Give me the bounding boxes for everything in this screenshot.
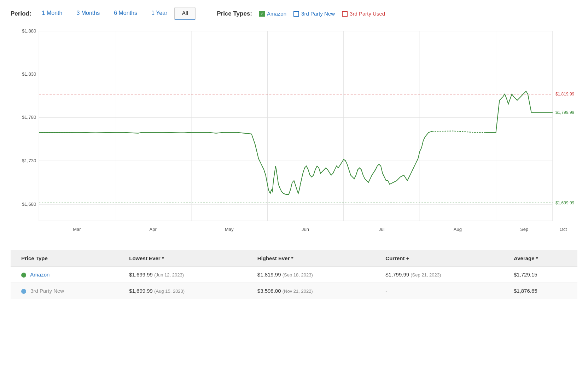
amazon-label: Amazon (267, 11, 286, 17)
svg-text:Oct: Oct (560, 227, 567, 232)
row-3pnew-current: - (378, 283, 507, 299)
svg-text:Jun: Jun (302, 227, 309, 232)
3pnew-label: 3rd Party New (301, 11, 335, 17)
3pnew-dot (21, 289, 26, 294)
col-lowest: Lowest Ever * (122, 250, 250, 267)
price-type-3pnew[interactable]: 3rd Party New (293, 11, 335, 17)
period-3months[interactable]: 3 Months (69, 7, 107, 20)
svg-text:Aug: Aug (454, 227, 462, 232)
col-highest: Highest Ever * (250, 250, 379, 267)
row-amazon-type: Amazon (11, 267, 122, 283)
period-all[interactable]: All (174, 7, 196, 20)
col-average: Average * (507, 250, 577, 267)
table-row: 3rd Party New $1,699.99 (Aug 15, 2023) $… (11, 283, 577, 299)
3pused-checkbox[interactable] (342, 11, 348, 17)
row-amazon-average: $1,729.15 (507, 267, 577, 283)
3pnew-link[interactable]: 3rd Party New (30, 288, 64, 294)
price-type-3pused[interactable]: 3rd Party Used (342, 11, 385, 17)
row-3pnew-type: 3rd Party New (11, 283, 122, 299)
price-table: Price Type Lowest Ever * Highest Ever * … (11, 250, 577, 299)
period-label: Period: (11, 10, 31, 17)
period-links: 1 Month 3 Months 6 Months 1 Year All (35, 7, 196, 20)
controls-bar: Period: 1 Month 3 Months 6 Months 1 Year… (11, 7, 577, 20)
row-amazon-highest: $1,819.99 (Sep 18, 2023) (250, 267, 379, 283)
amazon-checkbox[interactable]: ✓ (259, 11, 265, 17)
amazon-dot (21, 273, 26, 278)
row-amazon-current: $1,799.99 (Sep 21, 2023) (378, 267, 507, 283)
col-price-type: Price Type (11, 250, 122, 267)
row-3pnew-highest: $3,598.00 (Nov 21, 2022) (250, 283, 379, 299)
svg-text:$1,699.99: $1,699.99 (555, 200, 575, 205)
3pused-label: 3rd Party Used (350, 11, 385, 17)
svg-text:Jul: Jul (379, 227, 385, 232)
price-types-section: Price Types: ✓ Amazon 3rd Party New 3rd … (217, 10, 385, 17)
svg-text:Mar: Mar (73, 227, 81, 232)
period-6months[interactable]: 6 Months (107, 7, 144, 20)
price-types-label: Price Types: (217, 10, 252, 17)
svg-text:$1,880: $1,880 (22, 28, 36, 34)
svg-text:$1,780: $1,780 (22, 115, 36, 120)
row-3pnew-lowest: $1,699.99 (Aug 15, 2023) (122, 283, 250, 299)
svg-text:$1,799.99: $1,799.99 (555, 110, 575, 115)
svg-rect-0 (11, 24, 577, 250)
svg-text:$1,830: $1,830 (22, 71, 36, 76)
3pnew-checkbox[interactable] (293, 11, 299, 17)
row-amazon-lowest: $1,699.99 (Jun 12, 2023) (122, 267, 250, 283)
svg-text:$1,730: $1,730 (22, 158, 36, 163)
table-header-row: Price Type Lowest Ever * Highest Ever * … (11, 250, 577, 267)
row-3pnew-average: $1,876.65 (507, 283, 577, 299)
table-row: Amazon $1,699.99 (Jun 12, 2023) $1,819.9… (11, 267, 577, 283)
col-current: Current + (378, 250, 507, 267)
price-chart: $1,880 $1,830 $1,780 $1,730 $1,680 Mar A… (11, 24, 577, 250)
amazon-link[interactable]: Amazon (30, 272, 50, 278)
period-1year[interactable]: 1 Year (144, 7, 174, 20)
svg-text:May: May (225, 227, 234, 232)
svg-text:$1,680: $1,680 (22, 202, 36, 207)
svg-text:$1,819.99: $1,819.99 (555, 92, 575, 97)
period-1month[interactable]: 1 Month (35, 7, 70, 20)
svg-text:Apr: Apr (150, 227, 157, 232)
price-type-amazon[interactable]: ✓ Amazon (259, 11, 286, 17)
svg-text:Sep: Sep (520, 227, 528, 232)
